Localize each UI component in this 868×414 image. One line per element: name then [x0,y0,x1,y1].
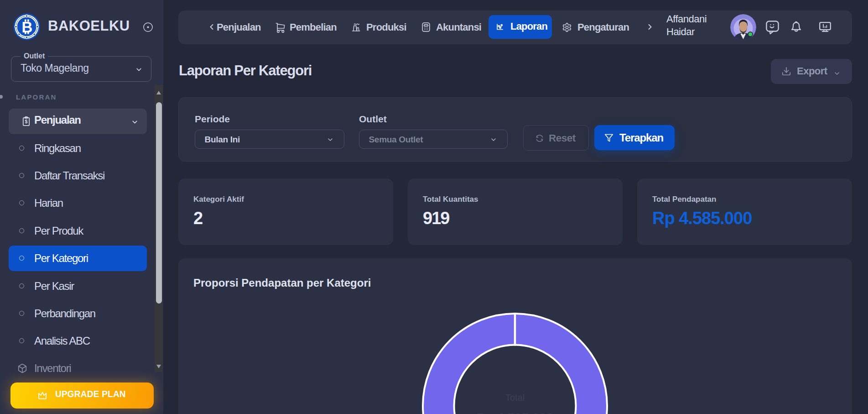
svg-text:B: B [22,19,33,36]
svg-text:$: $ [25,119,28,124]
